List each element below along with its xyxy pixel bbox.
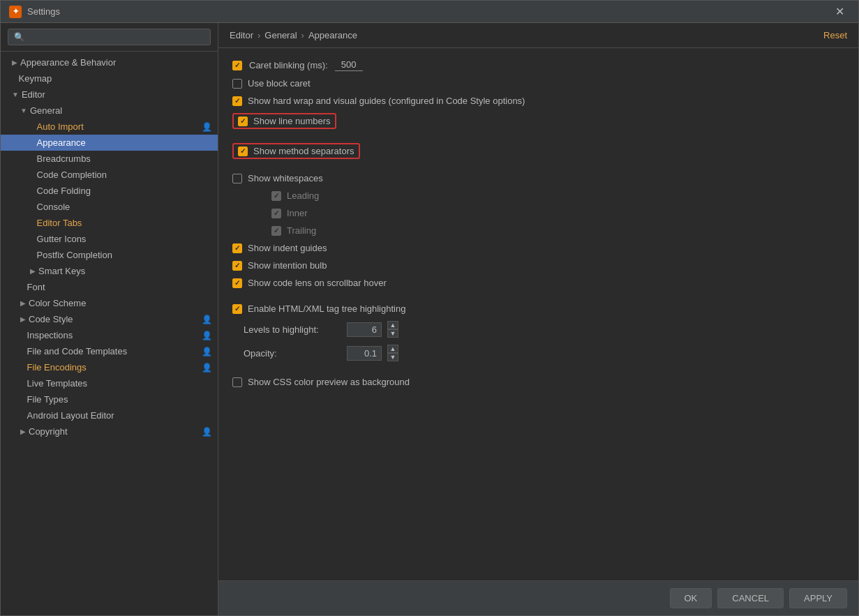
opacity-input[interactable] [347,346,382,361]
leading-checkbox[interactable]: ✓ [271,191,281,201]
show-method-separators-checkbox[interactable]: ✓ [238,147,248,156]
sidebar-item-label: Editor Tabs [37,218,82,228]
reset-button[interactable]: Reset [823,30,847,40]
sidebar-item-label: Console [37,202,70,212]
sidebar-item-android-layout[interactable]: Android Layout Editor [1,407,218,423]
leading-label: Leading [287,190,319,201]
sidebar-item-code-completion[interactable]: Code Completion [1,167,218,183]
show-hard-wrap-label: Show hard wrap and visual guides (config… [248,96,525,106]
arrow-icon: ▶ [20,428,26,435]
close-button[interactable]: ✕ [830,2,850,21]
caret-blinking-value[interactable]: 500 [335,59,363,71]
sidebar-item-keymap[interactable]: Keymap [1,70,218,87]
breadcrumb-sep-1: › [257,30,260,40]
arrow-icon [20,396,24,403]
show-indent-guides-label: Show indent guides [248,243,327,253]
show-css-preview-label: Show CSS color preview as background [248,377,410,387]
show-code-lens-checkbox[interactable]: ✓ [232,278,242,288]
sidebar-item-label: Android Layout Editor [27,410,114,421]
opacity-down-button[interactable]: ▼ [387,353,398,361]
breadcrumb-sep-2: › [301,30,304,40]
sidebar-item-label: File Types [27,394,68,405]
apply-button[interactable]: APPLY [789,588,847,608]
sidebar-item-editor-tabs[interactable]: Editor Tabs [1,215,218,231]
sidebar-item-label: Live Templates [27,378,87,389]
person-icon: 👤 [202,315,212,324]
show-hard-wrap-checkbox[interactable]: ✓ [232,96,242,106]
opacity-up-button[interactable]: ▲ [387,345,398,353]
sidebar-item-label: Breadcrumbs [37,153,91,164]
levels-to-highlight-input[interactable] [347,322,382,337]
bottom-bar: OK CANCEL APPLY [218,580,858,615]
use-block-caret-checkbox[interactable] [232,79,242,89]
caret-blinking-checkbox[interactable]: ✓ [232,61,242,70]
right-panel: Editor › General › Appearance Reset ✓ Ca… [218,23,858,615]
arrow-icon [30,187,34,195]
use-block-caret-row: Use block caret [232,78,844,89]
sidebar-item-appearance[interactable]: Appearance [1,135,218,151]
breadcrumb-editor: Editor [230,30,253,40]
cancel-button[interactable]: CANCEL [717,588,784,608]
trailing-row: ✓ Trailing [271,225,844,236]
arrow-icon: ▶ [20,315,26,323]
inner-label: Inner [287,208,308,218]
arrow-icon [30,123,34,130]
sidebar-item-live-templates[interactable]: Live Templates [1,375,218,391]
sidebar-item-font[interactable]: Font [1,279,218,295]
sidebar-item-postfix-completion[interactable]: Postfix Completion [1,247,218,263]
sidebar-item-label: Appearance [37,137,86,148]
sidebar-item-label: Code Folding [37,186,91,196]
show-whitespaces-label: Show whitespaces [248,173,323,183]
inner-checkbox[interactable]: ✓ [271,209,281,218]
sidebar-item-file-code-templates[interactable]: File and Code Templates 👤 [1,343,218,359]
sidebar-item-file-types[interactable]: File Types [1,391,218,407]
arrow-icon [30,139,34,147]
sidebar-item-label: Gutter Icons [37,234,87,244]
trailing-checkbox[interactable]: ✓ [271,226,281,236]
inner-row: ✓ Inner [271,208,844,218]
sidebar-item-gutter-icons[interactable]: Gutter Icons [1,231,218,247]
show-intention-bulb-checkbox[interactable]: ✓ [232,261,242,271]
ok-button[interactable]: OK [670,588,712,608]
caret-blinking-label: Caret blinking (ms): [249,60,328,70]
sidebar-item-code-folding[interactable]: Code Folding [1,183,218,199]
opacity-row: Opacity: ▲ ▼ [244,345,844,361]
levels-down-button[interactable]: ▼ [387,329,398,338]
enable-html-xml-checkbox[interactable]: ✓ [232,304,242,314]
sidebar-item-breadcrumbs[interactable]: Breadcrumbs [1,151,218,167]
sidebar-item-console[interactable]: Console [1,199,218,215]
sidebar-item-label: Copyright [29,426,68,437]
person-icon: 👤 [202,331,212,340]
breadcrumb-bar: Editor › General › Appearance Reset [218,23,858,48]
arrow-icon: ▶ [30,267,36,275]
arrow-icon: ▶ [12,59,17,66]
search-input[interactable] [8,29,211,45]
show-line-numbers-checkbox[interactable]: ✓ [238,117,248,126]
show-css-preview-checkbox[interactable] [232,377,242,387]
arrow-icon [20,347,24,355]
sidebar-item-editor[interactable]: ▼ Editor [1,87,218,103]
sidebar-item-appearance-behavior[interactable]: ▶ Appearance & Behavior [1,54,218,70]
sidebar-item-copyright[interactable]: ▶ Copyright 👤 [1,423,218,440]
breadcrumb-appearance: Appearance [308,30,357,40]
sidebar-item-file-encodings[interactable]: File Encodings 👤 [1,359,218,375]
sidebar-item-code-style[interactable]: ▶ Code Style 👤 [1,311,218,327]
sidebar-item-inspections[interactable]: Inspections 👤 [1,327,218,343]
sidebar-item-smart-keys[interactable]: ▶ Smart Keys [1,263,218,279]
sidebar-item-color-scheme[interactable]: ▶ Color Scheme [1,295,218,311]
sidebar-item-label: File Encodings [27,362,87,373]
show-code-lens-row: ✓ Show code lens on scrollbar hover [232,278,844,288]
arrow-icon: ▶ [20,299,26,307]
sidebar-item-label: Code Completion [37,170,107,180]
show-indent-guides-checkbox[interactable]: ✓ [232,243,242,253]
person-icon: 👤 [202,363,212,373]
show-whitespaces-checkbox[interactable] [232,174,242,183]
sidebar-item-auto-import[interactable]: Auto Import 👤 [1,119,218,135]
sidebar-item-label: Auto Import [37,121,84,132]
sidebar-item-general[interactable]: ▼ General [1,103,218,119]
arrow-icon [12,75,16,82]
arrow-icon [20,380,24,387]
window-title: Settings [27,6,830,17]
levels-up-button[interactable]: ▲ [387,321,398,329]
arrow-icon [30,251,34,259]
